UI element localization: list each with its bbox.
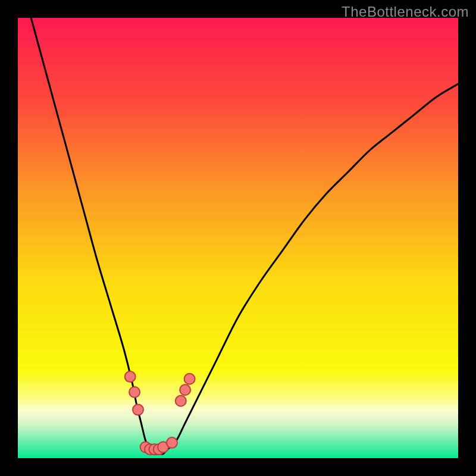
data-marker — [125, 371, 136, 382]
data-marker — [180, 384, 190, 395]
bottleneck-curve — [31, 18, 458, 454]
data-marker — [167, 437, 177, 448]
curve-layer — [18, 18, 458, 458]
data-markers — [125, 371, 195, 455]
data-marker — [184, 374, 195, 384]
data-marker — [176, 396, 186, 406]
plot-area — [18, 18, 458, 458]
chart-stage: TheBottleneck.com — [0, 0, 476, 476]
data-marker — [133, 405, 143, 415]
data-marker — [129, 387, 140, 397]
